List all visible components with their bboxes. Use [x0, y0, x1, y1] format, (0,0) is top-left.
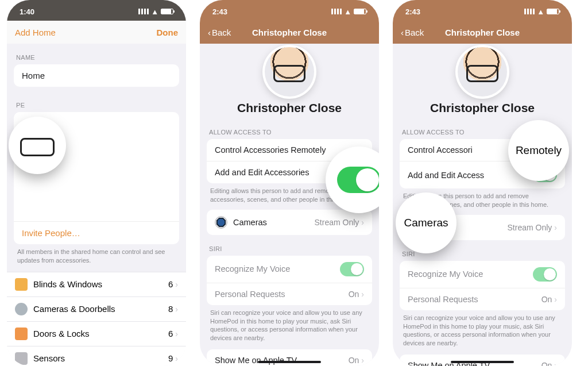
nav-bar: ‹Back Christopher Close: [200, 21, 379, 44]
category-doors[interactable]: Doors & Locks 6›: [7, 321, 186, 346]
signal-icon: [524, 9, 535, 14]
magnify-remotely: Remotely: [510, 122, 567, 179]
avatar: [458, 47, 507, 97]
categories-list: Blinds & Windows 6› Cameras & Doorbells …: [7, 272, 186, 366]
status-indicators: ▲: [524, 7, 559, 16]
appletv-group: Show Me on Apple TV On›: [207, 349, 372, 366]
home-indicator: [451, 361, 514, 363]
status-bar: 2:43 ▲: [393, 0, 572, 21]
siri-note: Siri can recognize your voice and allow …: [200, 305, 379, 342]
section-header-access: ALLOW ACCESS TO: [200, 118, 379, 139]
status-bar: 2:43 ▲: [200, 0, 379, 21]
avatar: [265, 47, 314, 97]
wifi-icon: ▲: [537, 7, 544, 16]
section-header-people: PE: [7, 87, 186, 112]
toggle-recognize-voice[interactable]: [533, 267, 557, 282]
chevron-right-icon: ›: [175, 329, 178, 338]
battery-icon: [354, 9, 366, 14]
chevron-right-icon: ›: [361, 290, 364, 299]
status-time: 2:43: [405, 7, 420, 16]
category-sensors[interactable]: Sensors 9›: [7, 346, 186, 366]
toggle-edit-accessories[interactable]: [337, 167, 379, 193]
chevron-right-icon: ›: [175, 280, 178, 289]
person-name: Christopher Close: [200, 101, 379, 118]
signal-icon: [138, 9, 149, 14]
chevron-right-icon: ›: [175, 305, 178, 314]
add-home-button[interactable]: Add Home: [15, 28, 56, 37]
chevron-right-icon: ›: [361, 356, 364, 365]
home-indicator: [258, 361, 321, 363]
status-bar: 1:40 ▲: [7, 0, 186, 21]
category-cameras[interactable]: Cameras & Doorbells 8›: [7, 296, 186, 321]
status-indicators: ▲: [331, 7, 366, 16]
person-name: Christopher Close: [393, 101, 572, 118]
magnify-avatar: [10, 118, 64, 172]
row-personal-requests[interactable]: Personal Requests On›: [207, 283, 372, 305]
row-recognize-voice[interactable]: Recognize My Voice: [400, 261, 565, 288]
battery-icon: [547, 9, 559, 14]
wifi-icon: ▲: [344, 7, 351, 16]
chevron-right-icon: ›: [554, 223, 557, 232]
content: Christopher Close ALLOW ACCESS TO Contro…: [200, 44, 379, 366]
done-button[interactable]: Done: [157, 28, 179, 37]
wifi-icon: ▲: [151, 7, 158, 16]
row-cameras[interactable]: Cameras Stream Only›: [207, 210, 372, 235]
nav-title: Christopher Close: [200, 28, 379, 37]
chevron-right-icon: ›: [554, 295, 557, 304]
screen-person-callouts: 2:43 ▲ ‹Back Christopher Close Christoph…: [393, 0, 572, 366]
section-header-name: NAME: [7, 44, 186, 64]
nav-title: Christopher Close: [393, 28, 572, 37]
nav-bar: ‹Back Christopher Close: [393, 21, 572, 44]
members-note: All members in the shared home can contr…: [7, 244, 186, 265]
camera-lens-icon: [215, 216, 227, 229]
row-personal-requests[interactable]: Personal Requests On›: [400, 288, 565, 310]
content: NAME Home PE Invite People… All members …: [7, 44, 186, 366]
invite-people-button[interactable]: Invite People…: [14, 221, 179, 244]
status-indicators: ▲: [138, 7, 173, 16]
screen-add-home: 1:40 ▲ Add Home Done NAME Home PE Invite…: [7, 0, 186, 366]
cameras-group: Cameras Stream Only›: [207, 210, 372, 235]
screen-person-toggle: 2:43 ▲ ‹Back Christopher Close Christoph…: [200, 0, 379, 366]
section-header-siri: SIRI: [200, 235, 379, 256]
chevron-right-icon: ›: [554, 361, 557, 366]
sensor-icon: [15, 352, 28, 365]
siri-group: Recognize My Voice Personal Requests On›: [207, 256, 372, 305]
siri-group: Recognize My Voice Personal Requests On›: [400, 261, 565, 310]
chevron-right-icon: ›: [175, 354, 178, 363]
siri-note: Siri can recognize your voice and allow …: [393, 310, 572, 348]
status-time: 2:43: [212, 7, 227, 16]
row-apple-tv[interactable]: Show Me on Apple TV On›: [207, 349, 372, 366]
status-time: 1:40: [20, 7, 34, 16]
signal-icon: [331, 9, 342, 14]
home-name-field[interactable]: Home: [14, 64, 179, 87]
door-icon: [15, 328, 28, 340]
row-recognize-voice[interactable]: Recognize My Voice: [207, 256, 372, 283]
battery-icon: [161, 9, 173, 14]
blinds-icon: [15, 278, 28, 291]
toggle-recognize-voice[interactable]: [340, 262, 364, 276]
nav-bar: Add Home Done: [7, 21, 186, 44]
category-blinds[interactable]: Blinds & Windows 6›: [7, 272, 186, 296]
chevron-right-icon: ›: [361, 218, 364, 227]
content: Christopher Close ALLOW ACCESS TO Contro…: [393, 44, 572, 366]
magnify-cameras: Cameras: [397, 194, 455, 252]
camera-icon: [15, 303, 28, 315]
